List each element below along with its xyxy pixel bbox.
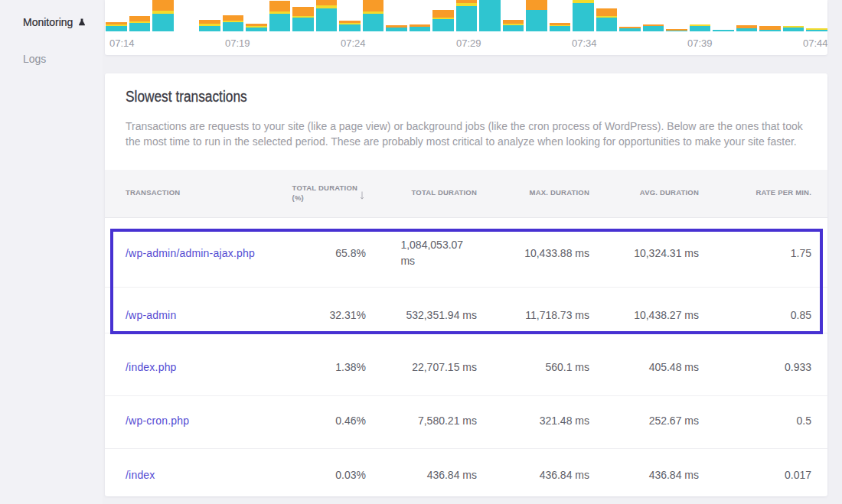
svg-text:07:39: 07:39 (687, 37, 713, 49)
svg-text:07:14: 07:14 (109, 37, 135, 49)
svg-text:07:24: 07:24 (341, 37, 366, 49)
svg-text:07:29: 07:29 (456, 37, 481, 49)
svg-text:07:19: 07:19 (225, 37, 250, 49)
svg-text:07:44: 07:44 (803, 37, 827, 49)
svg-text:07:34: 07:34 (572, 37, 597, 49)
